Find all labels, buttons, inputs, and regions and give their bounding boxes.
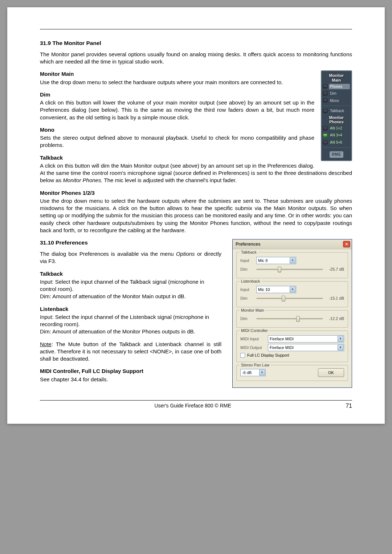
chevron-down-icon: ▼ <box>290 287 295 292</box>
ok-label: OK <box>328 370 334 376</box>
content: 31.9 The Monitor Panel The Monitor panel… <box>40 40 352 388</box>
prefs-titlebar: Preferences × <box>233 239 352 249</box>
phones-heading: Monitor Phones 1/2/3 <box>40 189 352 197</box>
dim-label: Dim <box>329 91 350 97</box>
fulllc-checkbox[interactable] <box>240 353 245 358</box>
monitor-panel-wrap: Monitor Main Phones Dim Mono <box>321 70 352 161</box>
prefs-body: Talkback Input Mic 9 ▼ Dim <box>233 249 352 387</box>
prefs-midi-h: MIDI Controller, Full LC Display Support <box>40 368 221 375</box>
footer: User's Guide Fireface 800 © RME 71 <box>40 400 352 409</box>
note-u: Note <box>40 341 52 347</box>
phones-text: Use the drop down menu to select the har… <box>40 197 352 234</box>
slider-track <box>256 269 323 270</box>
preferences-window: Preferences × Talkback Input Mic 9 <box>232 239 352 388</box>
monitor-main-dim-value: -12.2 dB <box>325 316 344 321</box>
listenback-dim-value: -15.1 dB <box>325 296 344 301</box>
talkback-dim-slider[interactable] <box>256 266 323 273</box>
dim-label: Dim <box>240 316 254 321</box>
panlaw-value: -6 dB <box>242 370 252 376</box>
midi-output-dropdown[interactable]: Fireface MIDI ▼ <box>268 344 344 351</box>
two-col: 31.10 Preferences The dialog box Prefere… <box>40 239 352 388</box>
slider-track <box>256 318 323 319</box>
mono-heading: Mono <box>40 126 352 134</box>
separator <box>323 106 350 106</box>
talkback-legend: Talkback <box>240 250 258 255</box>
talkback-text: A click on this button will dim the Main… <box>40 162 352 184</box>
mp-phones-row[interactable]: Phones <box>323 83 350 90</box>
footer-center: User's Guide Fireface 800 © RME <box>154 403 231 409</box>
mp-mono-row[interactable]: Mono <box>323 97 350 104</box>
led-icon <box>323 127 327 130</box>
logo-row: RME <box>323 149 350 159</box>
right-col: Preferences × Talkback Input Mic 9 <box>232 239 352 388</box>
mp-an56-row[interactable]: AN 5+6 <box>323 139 350 146</box>
prefs-midi-t: See chapter 34.4 for details. <box>40 376 221 383</box>
led-icon <box>323 85 327 88</box>
midi-input-row: MIDI Input Fireface MIDI ▼ <box>240 335 344 342</box>
slider-track <box>256 298 323 299</box>
tb-italic: Monitor Phones. <box>63 177 102 183</box>
talkback-dim-row: Dim -25.7 dB <box>240 266 344 273</box>
midi-output-row: MIDI Output Fireface MIDI ▼ <box>240 344 344 351</box>
ok-button[interactable]: OK <box>318 368 344 377</box>
led-icon <box>323 99 327 102</box>
midi-input-dropdown[interactable]: Fireface MIDI ▼ <box>268 335 344 342</box>
monitor-phones-title: Monitor Phones <box>323 115 350 125</box>
chevron-down-icon: ▼ <box>259 370 265 376</box>
prefs-listenback-t2: Dim: Amount of attenuation of the Monito… <box>40 328 221 335</box>
pt1: Monitor <box>329 115 344 120</box>
talkback-label: Talkback <box>329 108 350 114</box>
an34-label: AN 3+4 <box>329 132 350 138</box>
listenback-input-value: Mic 10 <box>258 287 270 292</box>
separator <box>323 147 350 148</box>
rule-top <box>40 29 352 29</box>
note-t: : The Mute button of the Talkback and Li… <box>40 341 221 362</box>
t1: Monitor <box>329 73 344 78</box>
an56-label: AN 5+6 <box>329 140 350 145</box>
page-number: 71 <box>346 403 352 409</box>
prefs-note: Note: The Mute button of the Talkback an… <box>40 341 221 363</box>
talkback-input-value: Mic 9 <box>258 258 268 263</box>
section1-intro: The Monitor panel provides several optio… <box>40 51 352 66</box>
mp-dim-row[interactable]: Dim <box>323 90 350 97</box>
mp-an12-row[interactable]: AN 1+2 <box>323 125 350 132</box>
mono-text: Sets the stereo output defined above to … <box>40 134 352 149</box>
dim-label: Dim <box>240 267 254 272</box>
listenback-fieldset: Listenback Input Mic 10 ▼ Dim <box>236 281 348 307</box>
panlaw-dropdown[interactable]: -6 dB ▼ <box>240 369 266 376</box>
monitor-panel: Monitor Main Phones Dim Mono <box>321 70 352 161</box>
monitor-main-text: Use the drop down menu to select the har… <box>40 79 352 86</box>
prefs-listenback-h: Listenback <box>40 305 221 313</box>
monitor-main-dim-slider[interactable] <box>256 315 323 322</box>
mp-an34-row[interactable]: AN 3+4 <box>323 132 350 139</box>
prefs-talkback-h: Talkback <box>40 270 221 278</box>
an12-label: AN 1+2 <box>329 126 350 131</box>
talkback-input-dropdown[interactable]: Mic 9 ▼ <box>256 257 296 264</box>
close-button[interactable]: × <box>343 241 350 247</box>
slider-thumb[interactable] <box>282 296 285 301</box>
chevron-down-icon: ▼ <box>290 258 295 263</box>
chevron-down-icon: ▼ <box>338 345 343 350</box>
mp-talkback-row[interactable]: Talkback <box>323 107 350 115</box>
monitor-main-title: Monitor Main <box>323 73 350 83</box>
prefs-title-text: Preferences <box>236 241 261 247</box>
t2: Main <box>332 78 341 82</box>
page: 31.9 The Monitor Panel The Monitor panel… <box>7 7 385 424</box>
slider-thumb[interactable] <box>278 267 281 272</box>
pi1: The dialog box Preferences is available … <box>40 251 176 257</box>
chevron-down-icon: ▼ <box>338 336 343 342</box>
listenback-dim-slider[interactable] <box>256 295 323 302</box>
prefs-intro: The dialog box Preferences is available … <box>40 250 221 265</box>
slider-thumb[interactable] <box>296 316 300 322</box>
close-icon: × <box>345 241 348 247</box>
phones-label: Phones <box>329 84 350 90</box>
monitor-main-legend: Monitor Main <box>240 308 266 313</box>
dim-text: A click on this button will lower the vo… <box>40 99 352 121</box>
fulllc-row[interactable]: Full LC Display Support <box>240 353 344 358</box>
listenback-dim-row: Dim -15.1 dB <box>240 295 344 302</box>
dim-heading: Dim <box>40 91 352 98</box>
listenback-input-dropdown[interactable]: Mic 10 ▼ <box>256 286 296 293</box>
midi-fieldset: MIDI Controller MIDI Input Fireface MIDI… <box>236 331 348 362</box>
pi-italic: Options <box>176 251 195 257</box>
panlaw-row: -6 dB ▼ OK <box>240 368 344 377</box>
